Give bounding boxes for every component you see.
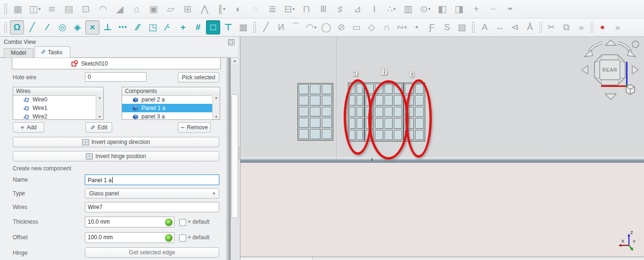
- tab-model[interactable]: Model: [4, 48, 33, 58]
- profile-icon[interactable]: Ⅰ: [367, 2, 381, 16]
- wires-list[interactable]: Wires Wire0: [13, 87, 104, 120]
- circle-icon[interactable]: ◯: [319, 20, 333, 34]
- line-icon[interactable]: ╱: [259, 20, 273, 34]
- glass-pane[interactable]: [310, 107, 320, 117]
- glass-pane[interactable]: [299, 107, 309, 117]
- dropdown-arrow-icon[interactable]: ▾: [39, 7, 41, 11]
- sketch-list-item[interactable]: Sketch010: [12, 58, 220, 69]
- glass-pane[interactable]: [299, 118, 309, 128]
- pick-selected-button[interactable]: Pick selected: [178, 72, 219, 83]
- snap-extension-icon[interactable]: ⋯: [116, 20, 130, 34]
- arc-icon[interactable]: ◠▾: [304, 20, 318, 34]
- glass-pane[interactable]: [322, 107, 332, 117]
- fillet-icon[interactable]: ⌒: [289, 20, 303, 34]
- structure-icon[interactable]: ◫▾: [28, 2, 42, 16]
- snap-angle-icon[interactable]: ◈: [70, 20, 84, 34]
- get-selected-edge-button[interactable]: Get selected edge: [85, 247, 219, 258]
- component-list-item[interactable]: panel 2 a: [122, 95, 213, 104]
- reference-icon[interactable]: ▱: [164, 2, 178, 16]
- annotation-styles-icon[interactable]: Å: [523, 20, 537, 34]
- dropdown-arrow-icon[interactable]: ▾: [223, 7, 225, 11]
- nav-right-triangle[interactable]: [632, 66, 638, 74]
- navigation-cube[interactable]: REAR: [578, 39, 642, 101]
- snap-perpendicular-icon[interactable]: ⊥: [100, 20, 115, 34]
- thickness-input[interactable]: 10.0 mm ✓: [85, 217, 174, 227]
- nav-circle-icon[interactable]: [632, 41, 639, 48]
- edit-button[interactable]: ✎ Edit: [85, 122, 112, 133]
- cut-with-plane-icon[interactable]: ◧: [435, 2, 449, 16]
- building-part-icon[interactable]: ⊡: [79, 2, 93, 16]
- project-icon[interactable]: ◠: [96, 2, 110, 16]
- section-plane-icon[interactable]: ◐: [231, 2, 246, 16]
- text-icon[interactable]: A: [478, 20, 492, 34]
- components-list[interactable]: Components panel 2 a: [122, 87, 220, 120]
- floor-surface[interactable]: [240, 163, 644, 257]
- polyline-icon[interactable]: И: [274, 20, 288, 34]
- column-icon[interactable]: Ⅲ: [316, 2, 330, 16]
- ellipse-icon[interactable]: ⊘: [334, 20, 348, 34]
- extension-chevron-icon[interactable]: »: [574, 20, 588, 34]
- snap-ortho-icon[interactable]: +: [176, 20, 190, 34]
- pipe-icon[interactable]: ⊙▾: [418, 2, 432, 16]
- dropdown-arrow-icon[interactable]: ▾: [314, 25, 317, 30]
- curtain-wall-icon[interactable]: ▤: [62, 2, 76, 16]
- snap-special-icon[interactable]: ◳: [146, 20, 160, 34]
- glass-pane[interactable]: [310, 96, 320, 106]
- components-scrollbar[interactable]: ▴ ▾: [212, 95, 220, 119]
- scroll-up-icon[interactable]: ▴: [215, 95, 217, 100]
- hole-wire-input[interactable]: [85, 72, 147, 82]
- frame-icon[interactable]: ⊓: [299, 2, 314, 16]
- type-dropdown[interactable]: Glass panel ▾: [85, 188, 219, 199]
- external-geometry-icon[interactable]: S: [440, 20, 454, 34]
- dropdown-arrow-icon[interactable]: ▾: [405, 25, 407, 30]
- rebar-icon[interactable]: ≋: [45, 2, 59, 16]
- invert-hinge-position-button[interactable]: Invert hinge position: [13, 151, 219, 161]
- scrollbar-thumb[interactable]: [231, 94, 238, 218]
- toggle-grid-icon[interactable]: ▦: [236, 20, 250, 34]
- glass-pane[interactable]: [299, 129, 309, 139]
- mini-cube-icon[interactable]: [626, 84, 635, 94]
- scroll-up-icon[interactable]: ▴: [231, 58, 239, 64]
- thickness-default-checkbox[interactable]: [179, 219, 186, 226]
- remove-button[interactable]: − Remove: [178, 122, 211, 133]
- dimension-icon[interactable]: ↔: [493, 20, 507, 34]
- dropdown-arrow-icon[interactable]: ▾: [429, 7, 431, 11]
- roof-shape-icon[interactable]: ◢: [113, 2, 127, 16]
- truss-icon[interactable]: ⊿: [350, 2, 364, 16]
- glass-pane[interactable]: [299, 84, 309, 94]
- wires-scrollbar[interactable]: ▴ ▾: [96, 95, 103, 119]
- schedule-icon[interactable]: ▥: [401, 2, 415, 16]
- add-button[interactable]: + Add: [13, 122, 44, 133]
- bspline-arc-icon[interactable]: ∩: [380, 20, 394, 34]
- glass-pane[interactable]: [310, 118, 320, 128]
- glass-pane[interactable]: [299, 96, 309, 106]
- glass-pane[interactable]: [322, 96, 332, 106]
- tasks-scrollbar[interactable]: ▴: [231, 58, 239, 260]
- 3d-viewport[interactable]: a b c: [240, 37, 644, 260]
- building-icon[interactable]: ⌂: [130, 2, 144, 16]
- extension-chevron-icon[interactable]: »: [611, 20, 625, 34]
- nav-up-triangle[interactable]: [605, 40, 616, 45]
- snap-parallel-icon[interactable]: ∕∕: [131, 20, 145, 34]
- component-list-item[interactable]: panel 3 a: [122, 112, 213, 119]
- snap-endpoint-icon[interactable]: ╱: [25, 20, 39, 34]
- remove-component-icon[interactable]: −: [486, 2, 500, 16]
- window-icon[interactable]: ⊞: [181, 2, 195, 16]
- snap-intersection-icon[interactable]: ×: [85, 20, 99, 34]
- label-icon[interactable]: ⊲: [508, 20, 522, 34]
- carbon-copy-icon[interactable]: ▨: [455, 20, 469, 34]
- nav-left-triangle[interactable]: [582, 66, 588, 74]
- fence-icon[interactable]: ♯: [333, 2, 347, 16]
- scroll-up-icon[interactable]: ▴: [99, 95, 100, 100]
- snap-center-icon[interactable]: ◎: [55, 20, 69, 34]
- snap-grid-icon[interactable]: #: [191, 20, 205, 34]
- cut-icon[interactable]: ✂: [544, 20, 558, 34]
- wall-icon[interactable]: ▦: [11, 2, 25, 16]
- snap-near-icon[interactable]: ∕·: [161, 20, 175, 34]
- scroll-down-icon[interactable]: ▾: [99, 115, 100, 119]
- wire-list-item[interactable]: Wire0: [13, 95, 96, 104]
- snap-working-plane-icon[interactable]: □: [206, 20, 220, 34]
- space-icon[interactable]: ◌: [248, 2, 263, 16]
- extrude-icon[interactable]: Ƒ: [425, 20, 439, 34]
- glass-pane[interactable]: [322, 129, 332, 139]
